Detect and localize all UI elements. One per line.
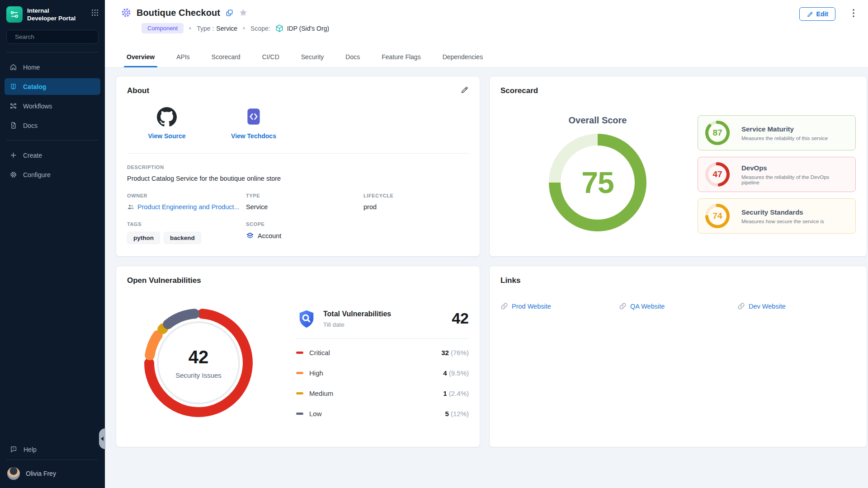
user-menu[interactable]: Olivia Frey: [6, 463, 99, 483]
vulnerabilities-donut: 42 Security Issues: [144, 309, 253, 417]
dot-separator: [243, 27, 245, 29]
type-value: Service: [246, 203, 363, 211]
vulnerabilities-title: Open Vulnerabilities: [127, 276, 469, 285]
about-edit-pencil-icon[interactable]: [460, 85, 469, 96]
user-name: Olivia Frey: [26, 470, 56, 477]
link-chain-icon: [500, 302, 508, 310]
vulnerabilities-body: 42 Security Issues: [127, 309, 469, 424]
scorecard-item-service-maturity[interactable]: 87 Service Maturity Measures the reliabi…: [698, 115, 856, 150]
tab-overview[interactable]: Overview: [127, 53, 155, 67]
sidebar-item-catalog[interactable]: Catalog: [5, 78, 100, 95]
lifecycle-field: LIFECYCLE prod: [363, 193, 469, 211]
tab-security[interactable]: Security: [301, 53, 324, 67]
total-vulnerabilities-row: Total Vulnerabilities Till date 42: [296, 309, 469, 329]
total-vulnerabilities-text: Total Vulnerabilities Till date: [323, 309, 391, 328]
sidebar-item-home[interactable]: Home: [5, 59, 100, 75]
sidebar-item-label: Catalog: [23, 83, 46, 90]
scope-value: Account: [258, 232, 281, 239]
about-quick-links: View Source View Techdocs: [138, 107, 469, 140]
tab-cicd[interactable]: CI/CD: [262, 53, 279, 67]
critical-swatch: [296, 352, 303, 354]
description-block: DESCRIPTION Product Catalog Service for …: [127, 164, 469, 182]
sidebar-divider: [6, 52, 99, 52]
view-techdocs-label: View Techdocs: [231, 132, 276, 140]
sidebar-item-label: Workflows: [23, 103, 52, 110]
legend-name: Medium: [309, 389, 333, 397]
app-switcher-grid-icon[interactable]: [91, 6, 99, 18]
sidebar-item-workflows[interactable]: Workflows: [5, 98, 100, 114]
service-maturity-value: 87: [712, 128, 722, 138]
legend-pct: (76%): [451, 349, 469, 357]
sidebar-search[interactable]: [6, 30, 99, 44]
scorecard-item-devops[interactable]: 47 DevOps Measures the reliability of th…: [698, 157, 856, 192]
owner-link[interactable]: Product Engineering and Product...: [127, 203, 246, 211]
scorecard-list: 87 Service Maturity Measures the reliabi…: [698, 115, 856, 234]
description-value: Product Catalog Service for the boutique…: [127, 175, 469, 182]
scope-field: SCOPE Account: [246, 221, 363, 244]
page-header: Boutique Checkout Component Type : Servi…: [105, 0, 868, 68]
total-vulnerabilities-subtitle: Till date: [323, 321, 391, 328]
account-layers-icon: [246, 232, 254, 240]
legend-row-high: High 4 (9.5%): [296, 363, 469, 383]
tab-scorecard[interactable]: Scorecard: [212, 53, 241, 67]
scope-label: Scope:: [250, 25, 270, 32]
more-options-kebab-icon[interactable]: [853, 9, 854, 19]
view-source-link[interactable]: View Source: [138, 107, 196, 140]
entity-meta-row: Component Type : Service Scope: IDP (Sid…: [142, 23, 857, 33]
tab-dependencies[interactable]: Dependencies: [443, 53, 483, 67]
tab-apis[interactable]: APIs: [176, 53, 190, 67]
search-input[interactable]: [15, 33, 95, 40]
scope-chunk: IDP (Sid's Org): [275, 24, 329, 33]
vulnerabilities-divider: [296, 338, 469, 339]
copy-icon[interactable]: [225, 9, 234, 17]
scorecard-item-title: Security Standards: [741, 208, 824, 216]
security-standards-gauge: 74: [705, 204, 730, 228]
techdocs-icon: [244, 107, 263, 127]
plus-icon: [9, 151, 17, 159]
lifecycle-label: LIFECYCLE: [363, 193, 469, 198]
link-dev-website[interactable]: Dev Website: [737, 302, 856, 310]
link-prod-website[interactable]: Prod Website: [500, 302, 619, 310]
sidebar-top: Internal Developer Portal: [0, 0, 105, 46]
high-swatch: [296, 372, 303, 374]
total-vulnerabilities-title: Total Vulnerabilities: [323, 309, 391, 318]
vulnerabilities-summary: Total Vulnerabilities Till date 42 Criti…: [296, 309, 469, 424]
favorite-star-icon[interactable]: [239, 8, 248, 17]
scorecard-body: Overall Score 75 87: [500, 115, 856, 234]
tab-feature-flags[interactable]: Feature Flags: [382, 53, 420, 67]
scorecard-item-text: Service Maturity Measures the reliabilit…: [741, 125, 828, 141]
sidebar-item-docs[interactable]: Docs: [5, 117, 100, 134]
page-title: Boutique Checkout: [137, 8, 220, 18]
sidebar-collapse-handle[interactable]: [99, 428, 105, 449]
legend-value: 4: [443, 369, 447, 377]
gear-icon: [9, 171, 17, 178]
tags-label: TAGS: [127, 221, 246, 227]
app-root: Internal Developer Portal: [0, 0, 868, 488]
avatar: [7, 467, 20, 480]
type-field: TYPE Service: [246, 193, 363, 211]
type-label: TYPE: [246, 193, 363, 198]
sidebar-item-configure[interactable]: Configure: [5, 166, 100, 183]
gauge-center: 87: [705, 121, 730, 145]
type-label: Type :: [197, 25, 214, 32]
scope-label: SCOPE: [246, 221, 363, 227]
security-issues-count: 42: [189, 347, 209, 367]
service-maturity-gauge: 87: [705, 121, 730, 145]
tag-chip[interactable]: backend: [164, 232, 201, 244]
about-title: About: [127, 86, 469, 95]
sidebar-item-create[interactable]: Create: [5, 147, 100, 164]
scorecard-item-security-standards[interactable]: 74 Security Standards Measures how secur…: [698, 198, 856, 234]
edit-label: Edit: [816, 10, 828, 18]
svg-text:?: ?: [13, 447, 14, 450]
edit-button[interactable]: Edit: [799, 7, 835, 21]
link-qa-website[interactable]: QA Website: [619, 302, 737, 310]
scorecard-item-text: DevOps Measures the reliability of the D…: [741, 164, 848, 185]
tag-chip[interactable]: python: [127, 232, 160, 244]
scorecard-item-desc: Measures the reliability of this service: [741, 136, 828, 141]
sidebar-divider: [6, 460, 99, 460]
sidebar-item-help[interactable]: ? Help: [6, 442, 99, 457]
links-row: Prod Website QA Website Dev Website: [500, 302, 856, 310]
gauge-center: 47: [705, 162, 730, 187]
view-techdocs-link[interactable]: View Techdocs: [225, 107, 283, 140]
tab-docs[interactable]: Docs: [345, 53, 360, 67]
